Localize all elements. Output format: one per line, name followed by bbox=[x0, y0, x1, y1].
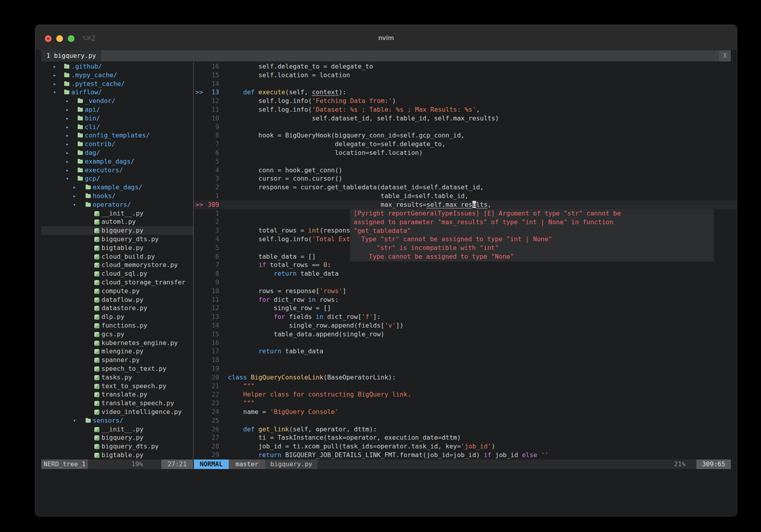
code-line[interactable]: 22 Helper class for constructing BigQuer… bbox=[194, 390, 737, 399]
code-line[interactable]: 3 cursor = conn.cursor() bbox=[194, 174, 737, 183]
code-line[interactable]: 16 self.delegate_to = delegate_to bbox=[194, 62, 737, 71]
code-line[interactable]: 10 rows = response['rows'] bbox=[194, 287, 737, 296]
code-line[interactable]: 14 single_row.append(fields['v']) bbox=[194, 321, 737, 330]
tree-item-bigquery_dts.py[interactable]: bigquery_dts.py bbox=[41, 442, 193, 451]
tree-item-operators[interactable]: ▾operators/ bbox=[41, 200, 193, 209]
expander-closed-arrow-icon[interactable]: ▸ bbox=[66, 114, 69, 123]
tree-item-airflow[interactable]: ▾airflow/ bbox=[41, 88, 193, 97]
tree-item-.github[interactable]: ▸.github/ bbox=[41, 62, 193, 71]
code-line[interactable]: 27 ti = TaskInstance(task=operator, exec… bbox=[194, 433, 737, 442]
code-line[interactable]: 21 """ bbox=[194, 382, 737, 391]
code-line[interactable]: 8 hook = BigQueryHook(bigquery_conn_id=s… bbox=[194, 131, 737, 140]
tree-item-functions.py[interactable]: functions.py bbox=[41, 321, 193, 330]
code-line[interactable]: 12 self.log.info('Fetching Data from:') bbox=[194, 97, 737, 105]
code-line[interactable]: 6 location=self.location) bbox=[194, 149, 737, 157]
tree-item-cloud_storage_transfer[interactable]: cloud_storage_transfer bbox=[41, 278, 193, 287]
code-line[interactable]: 29 return BIGQUERY_JOB_DETAILS_LINK_FMT.… bbox=[194, 451, 737, 460]
code-line[interactable]: 25 bbox=[194, 416, 737, 425]
code-line[interactable]: 5 bbox=[194, 157, 737, 166]
code-line[interactable]: 7 if total_rows == 0: bbox=[194, 261, 737, 269]
code-line[interactable]: 19 bbox=[194, 364, 737, 373]
tree-item-__init__.py[interactable]: __init__.py bbox=[41, 425, 193, 434]
tree-item-compute.py[interactable]: compute.py bbox=[41, 287, 193, 296]
tree-item-.pytest_cache[interactable]: ▸.pytest_cache/ bbox=[41, 80, 193, 88]
expander-closed-arrow-icon[interactable]: ▸ bbox=[66, 157, 69, 166]
expander-closed-arrow-icon[interactable]: ▸ bbox=[53, 80, 56, 88]
tab-bigquery[interactable]: 1 bigquery.py bbox=[41, 50, 101, 61]
tree-item-tasks.py[interactable]: tasks.py bbox=[41, 373, 193, 382]
expander-closed-arrow-icon[interactable]: ▸ bbox=[73, 183, 76, 192]
code-line[interactable]: >>13 def execute(self, context): bbox=[194, 88, 737, 97]
code-line[interactable]: 2 response = cursor.get_tabledata(datase… bbox=[194, 183, 737, 192]
tree-item-automl.py[interactable]: automl.py bbox=[41, 217, 193, 226]
tree-item-cloud_sql.py[interactable]: cloud_sql.py bbox=[41, 269, 193, 278]
code-line[interactable]: 7 delegate_to=self.delegate_to, bbox=[194, 140, 737, 149]
tree-item-hooks[interactable]: ▸hooks/ bbox=[41, 192, 193, 200]
tree-item-contrib[interactable]: ▸contrib/ bbox=[41, 140, 193, 149]
expander-closed-arrow-icon[interactable]: ▸ bbox=[66, 140, 69, 149]
tree-item-example_dags[interactable]: ▸example_dags/ bbox=[41, 183, 193, 192]
tree-item-_vendor[interactable]: ▸_vendor/ bbox=[41, 97, 193, 105]
code-line[interactable]: >>309 max_results=self.max_results, bbox=[194, 200, 737, 209]
tree-item-example_dags[interactable]: ▸example_dags/ bbox=[41, 157, 193, 166]
code-line[interactable]: 18 bbox=[194, 356, 737, 364]
code-line[interactable]: 28 job_id = ti.xcom_pull(task_ids=operat… bbox=[194, 442, 737, 451]
tree-item-gcs.py[interactable]: gcs.py bbox=[41, 330, 193, 339]
tree-item-text_to_speech.py[interactable]: text_to_speech.py bbox=[41, 382, 193, 391]
tree-item-__init__.py[interactable]: __init__.py bbox=[41, 209, 193, 218]
code-line[interactable]: 26 def get_link(self, operator, dttm): bbox=[194, 425, 737, 434]
tree-item-spanner.py[interactable]: spanner.py bbox=[41, 356, 193, 364]
code-line[interactable]: 9 bbox=[194, 278, 737, 287]
expander-closed-arrow-icon[interactable]: ▸ bbox=[66, 123, 69, 132]
expander-closed-arrow-icon[interactable]: ▸ bbox=[73, 192, 76, 200]
expander-closed-arrow-icon[interactable]: ▸ bbox=[53, 62, 56, 71]
tree-item-translate_speech.py[interactable]: translate_speech.py bbox=[41, 399, 193, 408]
tree-item-.mypy_cache[interactable]: ▸.mypy_cache/ bbox=[41, 71, 193, 80]
expander-closed-arrow-icon[interactable]: ▸ bbox=[66, 166, 69, 175]
tree-item-kubernetes_engine.py[interactable]: kubernetes_engine.py bbox=[41, 339, 193, 347]
code-line[interactable]: 17 return table_data bbox=[194, 347, 737, 356]
tree-item-dlp.py[interactable]: dlp.py bbox=[41, 313, 193, 321]
tree-item-cloud_memorystore.py[interactable]: cloud_memorystore.py bbox=[41, 261, 193, 269]
tree-item-gcp[interactable]: ▾gcp/ bbox=[41, 174, 193, 183]
code-line[interactable]: 13 for fields in dict_row['f']: bbox=[194, 313, 737, 321]
code-line[interactable]: 15 table_data.append(single_row) bbox=[194, 330, 737, 339]
expander-open-arrow-icon[interactable]: ▾ bbox=[66, 174, 69, 183]
code-line[interactable]: 1 table_id=self.table_id, bbox=[194, 192, 737, 200]
code-line[interactable]: 8 return table_data bbox=[194, 269, 737, 278]
expander-closed-arrow-icon[interactable]: ▸ bbox=[66, 97, 69, 105]
code-line[interactable]: 11 self.log.info('Dataset: %s ; Table: %… bbox=[194, 105, 737, 114]
code-line[interactable]: 20class BigQueryConsoleLink(BaseOperator… bbox=[194, 373, 737, 382]
tab-close-button[interactable]: X bbox=[719, 50, 731, 61]
tree-item-dataflow.py[interactable]: dataflow.py bbox=[41, 296, 193, 304]
tree-item-mlengine.py[interactable]: mlengine.py bbox=[41, 347, 193, 356]
tree-item-bigquery.py[interactable]: bigquery.py bbox=[41, 226, 193, 235]
expander-open-arrow-icon[interactable]: ▾ bbox=[73, 416, 76, 425]
tree-item-bin[interactable]: ▸bin/ bbox=[41, 114, 193, 123]
tree-item-datastore.py[interactable]: datastore.py bbox=[41, 304, 193, 313]
code-line[interactable]: 4 conn = hook.get_conn() bbox=[194, 166, 737, 175]
tree-item-bigquery_dts.py[interactable]: bigquery_dts.py bbox=[41, 235, 193, 244]
code-line[interactable]: 15 self.location = location bbox=[194, 71, 737, 80]
tree-item-sensors[interactable]: ▾sensors/ bbox=[41, 416, 193, 425]
code-line[interactable]: 11 for dict_row in rows: bbox=[194, 296, 737, 304]
expander-closed-arrow-icon[interactable]: ▸ bbox=[66, 131, 69, 140]
tree-item-bigtable.py[interactable]: bigtable.py bbox=[41, 244, 193, 252]
expander-closed-arrow-icon[interactable]: ▸ bbox=[66, 105, 69, 114]
code-line[interactable]: 10 self.dataset_id, self.table_id, self.… bbox=[194, 114, 737, 123]
tree-item-cloud_build.py[interactable]: cloud_build.py bbox=[41, 252, 193, 261]
expander-closed-arrow-icon[interactable]: ▸ bbox=[53, 71, 56, 80]
tree-item-api[interactable]: ▸api/ bbox=[41, 105, 193, 114]
tree-item-cli[interactable]: ▸cli/ bbox=[41, 123, 193, 132]
tree-item-bigquery.py[interactable]: bigquery.py bbox=[41, 433, 193, 442]
code-line[interactable]: 9 bbox=[194, 123, 737, 132]
code-line[interactable]: 12 single_row = [] bbox=[194, 304, 737, 313]
expander-open-arrow-icon[interactable]: ▾ bbox=[73, 200, 76, 209]
code-line[interactable]: 16 bbox=[194, 339, 737, 347]
tree-item-video_intelligence.py[interactable]: video_intelligence.py bbox=[41, 408, 193, 416]
tree-item-translate.py[interactable]: translate.py bbox=[41, 390, 193, 399]
code-line[interactable]: 14 bbox=[194, 80, 737, 88]
expander-open-arrow-icon[interactable]: ▾ bbox=[53, 88, 56, 97]
tree-item-config_templates[interactable]: ▸config_templates/ bbox=[41, 131, 193, 140]
code-line[interactable]: 24 name = 'BigQuery Console' bbox=[194, 408, 737, 416]
